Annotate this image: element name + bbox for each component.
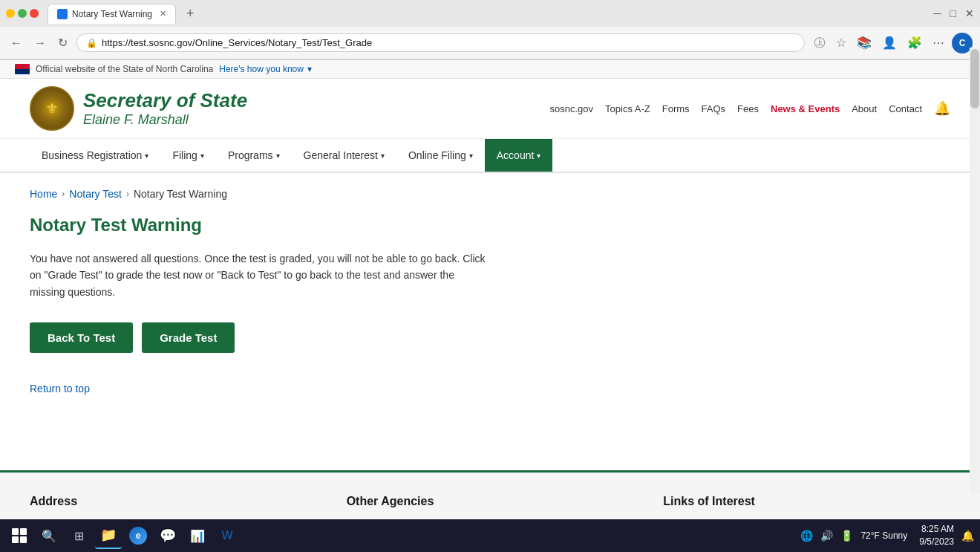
tab-title: Notary Test Warning — [72, 9, 152, 19]
header-nav-forms[interactable]: Forms — [662, 103, 690, 114]
return-to-top-section: Return to top — [30, 383, 950, 394]
grade-test-button[interactable]: Grade Test — [142, 322, 235, 353]
header-nav-topics[interactable]: Topics A-Z — [605, 103, 650, 114]
taskbar: 🔍 ⊞ 📁 e 💬 📊 W 🌐 🔊 🔋 72°F Sunny 8:25 AM 9… — [0, 519, 980, 552]
window-restore-btn[interactable]: □ — [950, 7, 956, 19]
header-nav-sosncgov[interactable]: sosnc.gov — [550, 103, 594, 114]
chevron-down-icon: ▾ — [381, 152, 385, 160]
site-title: Secretary of State Elaine F. Marshall — [83, 89, 247, 128]
taskbar-word[interactable]: W — [214, 522, 241, 549]
taskbar-volume-icon: 🔊 — [820, 530, 833, 542]
site-title-main: Secretary of State — [83, 89, 247, 112]
breadcrumb-current: Notary Test Warning — [134, 188, 227, 200]
back-to-test-button[interactable]: Back To Test — [30, 322, 133, 353]
settings-btn[interactable]: ⋯ — [930, 33, 947, 53]
taskbar-clock: 8:25 AM 9/5/2023 — [919, 523, 954, 548]
browser-toolbar: ← → ↻ 🔒 https://test.sosnc.gov/Online_Se… — [0, 27, 980, 59]
main-nav: Business Registration ▾ Filing ▾ Program… — [0, 139, 980, 173]
browser-titlebar: Notary Test Warning ✕ + ─ □ ✕ — [0, 0, 980, 27]
nav-programs[interactable]: Programs ▾ — [216, 139, 292, 172]
scrollbar-thumb[interactable] — [970, 49, 979, 108]
nav-business-registration[interactable]: Business Registration ▾ — [30, 139, 160, 172]
nav-general-interest[interactable]: General Interest ▾ — [292, 139, 396, 172]
chevron-down-icon: ▾ — [469, 152, 473, 160]
windows-logo-icon — [12, 528, 27, 543]
chevron-down-icon: ▾ — [276, 152, 280, 160]
return-to-top-link[interactable]: Return to top — [30, 383, 90, 394]
nav-filing[interactable]: Filing ▾ — [160, 139, 215, 172]
footer-other-agencies-title: Other Agencies — [347, 495, 634, 508]
taskbar-file-explorer[interactable]: 📁 — [95, 522, 122, 549]
footer-address-title: Address — [30, 495, 317, 508]
back-button[interactable]: ← — [7, 33, 25, 53]
footer-links-interest-title: Links of Interest — [663, 495, 950, 508]
window-minimize[interactable] — [6, 9, 15, 18]
lock-icon: 🔒 — [86, 38, 97, 48]
warning-text: You have not answered all questions. Onc… — [30, 250, 490, 300]
tab-favicon — [57, 9, 68, 19]
chevron-down-icon: ▾ — [537, 152, 540, 160]
tab-close-icon[interactable]: ✕ — [160, 9, 166, 19]
site-title-sub: Elaine F. Marshall — [83, 112, 247, 128]
chevron-down-icon: ▾ — [145, 152, 148, 160]
main-nav-inner: Business Registration ▾ Filing ▾ Program… — [30, 139, 950, 172]
collections-btn[interactable]: 📚 — [854, 33, 875, 53]
start-button[interactable] — [6, 522, 33, 549]
taskbar-search[interactable]: 🔍 — [36, 522, 62, 549]
window-minimize-btn[interactable]: ─ — [934, 7, 941, 19]
refresh-button[interactable]: ↻ — [55, 33, 71, 53]
breadcrumb: Home › Notary Test › Notary Test Warning — [30, 188, 950, 200]
header-nav-faqs[interactable]: FAQs — [702, 103, 726, 114]
taskbar-date-text: 9/5/2023 — [919, 536, 954, 548]
taskbar-notification-icon[interactable]: 🔔 — [961, 530, 974, 542]
nav-account[interactable]: Account ▾ — [485, 139, 553, 172]
reading-mode-btn[interactable]: ㊤ — [811, 32, 829, 53]
extensions-btn[interactable]: 🧩 — [904, 33, 925, 53]
window-close-btn[interactable]: ✕ — [965, 7, 974, 19]
header-nav-contact[interactable]: Contact — [889, 103, 922, 114]
nav-online-filing[interactable]: Online Filing ▾ — [396, 139, 485, 172]
toolbar-icons: ㊤ ☆ 📚 👤 🧩 ⋯ C — [811, 32, 973, 53]
content-wrapper: Home › Notary Test › Notary Test Warning… — [0, 173, 980, 470]
taskbar-excel[interactable]: 📊 — [184, 522, 211, 549]
chevron-down-icon: ▾ — [200, 152, 204, 160]
breadcrumb-notary-test[interactable]: Notary Test — [69, 188, 122, 200]
page-title: Notary Test Warning — [30, 215, 950, 236]
breadcrumb-sep-1: › — [62, 189, 65, 199]
notification-bell-icon[interactable]: 🔔 — [934, 100, 950, 117]
action-buttons: Back To Test Grade Test — [30, 322, 950, 353]
url-text: https://test.sosnc.gov/Online_Services/N… — [102, 37, 795, 48]
browser-chrome: Notary Test Warning ✕ + ─ □ ✕ ← → ↻ 🔒 ht… — [0, 0, 980, 60]
taskbar-time-text: 8:25 AM — [919, 523, 954, 536]
window-maximize[interactable] — [18, 9, 27, 18]
official-banner: Official website of the State of North C… — [0, 60, 980, 79]
profile-btn[interactable]: 👤 — [879, 33, 900, 53]
address-bar[interactable]: 🔒 https://test.sosnc.gov/Online_Services… — [76, 33, 805, 52]
site-header: ⚜ Secretary of State Elaine F. Marshall … — [0, 79, 980, 139]
official-text: Official website of the State of North C… — [36, 64, 213, 74]
header-nav: sosnc.gov Topics A-Z Forms FAQs Fees New… — [550, 100, 951, 117]
taskbar-network-icon: 🌐 — [800, 530, 813, 542]
breadcrumb-home[interactable]: Home — [30, 188, 57, 200]
taskbar-edge-browser[interactable]: e — [125, 522, 151, 549]
header-nav-about[interactable]: About — [852, 103, 877, 114]
new-tab-button[interactable]: + — [182, 6, 199, 22]
taskbar-right: 🌐 🔊 🔋 72°F Sunny 8:25 AM 9/5/2023 🔔 — [800, 523, 974, 548]
window-close[interactable] — [30, 9, 39, 18]
scrollbar-track[interactable] — [970, 48, 980, 493]
taskbar-battery-icon: 🔋 — [840, 530, 853, 542]
taskbar-teams[interactable]: 💬 — [154, 522, 181, 549]
state-seal: ⚜ — [30, 86, 74, 131]
browser-tab-active[interactable]: Notary Test Warning ✕ — [48, 4, 176, 24]
breadcrumb-sep-2: › — [126, 189, 129, 199]
site-logo[interactable]: ⚜ Secretary of State Elaine F. Marshall — [30, 86, 247, 131]
heres-how-link[interactable]: Here's how you know ▾ — [219, 64, 312, 74]
taskbar-weather: 72°F Sunny — [860, 530, 907, 541]
taskbar-task-view[interactable]: ⊞ — [65, 522, 92, 549]
favorites-btn[interactable]: ☆ — [833, 33, 849, 53]
header-nav-fees[interactable]: Fees — [737, 103, 759, 114]
forward-button[interactable]: → — [31, 33, 49, 53]
header-nav-news[interactable]: News & Events — [771, 103, 840, 114]
nc-flag-icon — [15, 64, 30, 74]
